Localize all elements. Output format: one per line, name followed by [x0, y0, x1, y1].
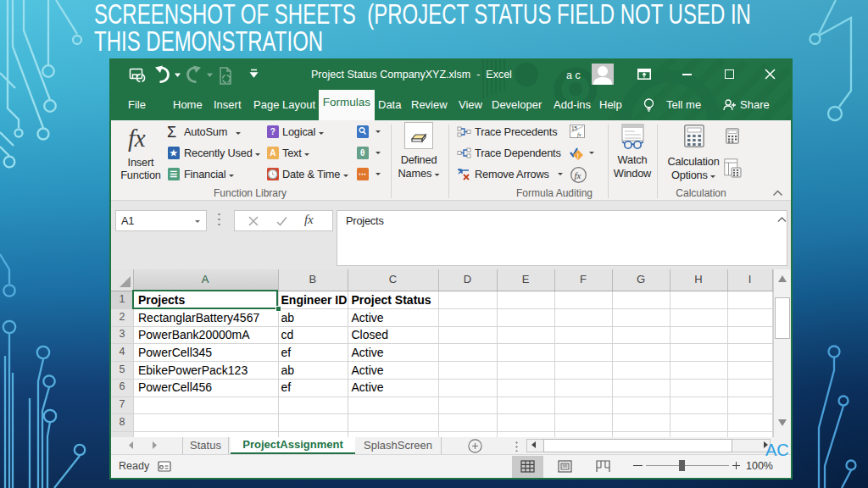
svg-text:fx: fx: [577, 131, 581, 137]
svg-text:!: !: [577, 152, 580, 160]
svg-text:fx: fx: [575, 170, 581, 180]
